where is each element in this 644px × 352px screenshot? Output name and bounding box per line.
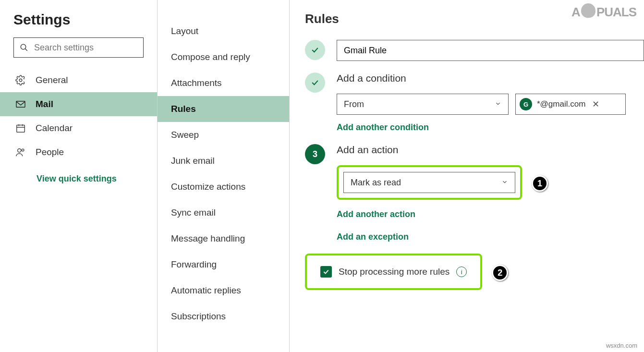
submenu-message-handling[interactable]: Message handling <box>158 226 289 252</box>
tag-avatar: G <box>520 98 532 110</box>
annotation-highlight-2: Stop processing more rules i <box>305 254 482 290</box>
remove-tag-icon[interactable]: ✕ <box>590 99 601 109</box>
search-settings-input[interactable] <box>34 43 146 53</box>
nav-item-general[interactable]: General <box>0 68 157 92</box>
svg-rect-4 <box>17 125 25 133</box>
action-row: 3 Add an action Mark as read 1 Add anoth <box>305 144 644 242</box>
brand-watermark: A PUALS <box>571 5 636 20</box>
annotation-badge-1: 1 <box>532 175 548 192</box>
add-exception-link[interactable]: Add an exception <box>337 232 409 242</box>
condition-value-field[interactable]: G *@gmail.com ✕ <box>515 94 626 115</box>
submenu-forwarding[interactable]: Forwarding <box>158 252 289 278</box>
svg-line-1 <box>25 49 27 51</box>
submenu-attachments[interactable]: Attachments <box>158 70 289 96</box>
chevron-down-icon <box>495 99 501 109</box>
rule-name-row <box>305 40 644 61</box>
condition-row: Add a condition From G *@gmail.com ✕ Add <box>305 73 644 133</box>
svg-point-11 <box>18 149 21 152</box>
tag-value: *@gmail.com <box>537 99 585 109</box>
submenu-rules[interactable]: Rules <box>158 96 289 122</box>
add-another-condition-link[interactable]: Add another condition <box>337 122 429 133</box>
svg-rect-3 <box>16 101 25 108</box>
submenu-layout[interactable]: Layout <box>158 18 289 44</box>
people-icon <box>15 147 26 158</box>
dropdown-value: From <box>344 99 364 109</box>
annotation-badge-2: 2 <box>492 265 508 281</box>
calendar-icon <box>15 123 26 134</box>
checkbox-label: Stop processing more rules <box>339 267 450 277</box>
search-settings-field[interactable] <box>13 37 144 58</box>
nav-label: Mail <box>36 99 53 109</box>
submenu-junk-email[interactable]: Junk email <box>158 148 289 174</box>
search-icon <box>20 43 28 52</box>
nav-label: Calendar <box>36 123 73 134</box>
rules-panel: Rules Add a condition From <box>290 0 644 352</box>
checkbox-checked-icon <box>320 266 332 278</box>
step-done-icon <box>305 40 325 60</box>
submenu-sweep[interactable]: Sweep <box>158 122 289 148</box>
settings-primary-nav: Settings General Mail Calendar <box>0 0 158 352</box>
add-another-action-link[interactable]: Add another action <box>337 209 415 219</box>
step-done-icon <box>305 73 325 93</box>
condition-heading: Add a condition <box>337 73 644 84</box>
action-heading: Add an action <box>337 144 644 156</box>
nav-item-people[interactable]: People <box>0 140 157 164</box>
settings-title: Settings <box>0 12 157 37</box>
gear-icon <box>15 75 26 85</box>
submenu-customize-actions[interactable]: Customize actions <box>158 174 289 200</box>
nav-label: General <box>36 75 68 85</box>
view-quick-settings-link[interactable]: View quick settings <box>0 164 157 194</box>
mail-icon <box>15 100 26 109</box>
submenu-sync-email[interactable]: Sync email <box>158 200 289 226</box>
submenu-subscriptions[interactable]: Subscriptions <box>158 303 289 329</box>
chevron-down-icon <box>501 178 508 188</box>
mail-submenu: Layout Compose and reply Attachments Rul… <box>158 0 290 352</box>
dropdown-value: Mark as read <box>351 178 401 188</box>
svg-point-12 <box>22 149 24 151</box>
submenu-compose-reply[interactable]: Compose and reply <box>158 44 289 70</box>
step-number-badge: 3 <box>305 144 325 164</box>
svg-point-2 <box>19 79 22 82</box>
condition-predicate-dropdown[interactable]: From <box>337 94 509 115</box>
submenu-automatic-replies[interactable]: Automatic replies <box>158 278 289 303</box>
nav-label: People <box>36 147 64 158</box>
info-icon[interactable]: i <box>456 267 467 277</box>
svg-point-0 <box>21 44 26 49</box>
mascot-icon <box>581 3 595 18</box>
nav-item-calendar[interactable]: Calendar <box>0 116 157 140</box>
action-dropdown[interactable]: Mark as read <box>343 172 515 193</box>
nav-item-mail[interactable]: Mail <box>0 92 157 116</box>
rule-name-input[interactable] <box>337 40 644 61</box>
stop-processing-checkbox[interactable]: Stop processing more rules i <box>312 260 475 283</box>
annotation-highlight-1: Mark as read <box>337 165 522 200</box>
site-watermark: wsxdn.com <box>606 342 637 349</box>
